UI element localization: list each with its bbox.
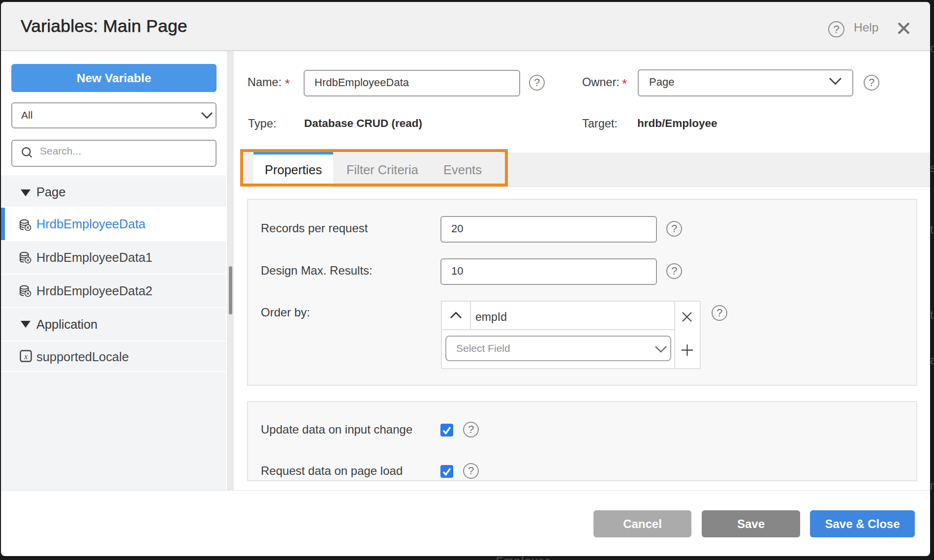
svg-text:x: x — [24, 352, 28, 361]
